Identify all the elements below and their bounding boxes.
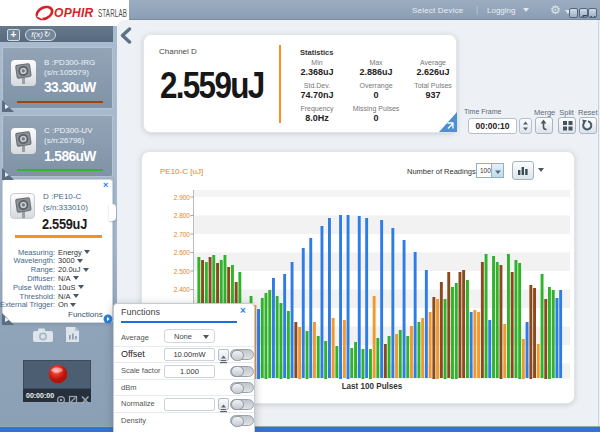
svg-text:2.400: 2.400: [174, 286, 191, 293]
svg-text:2.700: 2.700: [174, 231, 191, 238]
svg-text:2.900: 2.900: [174, 194, 191, 201]
svg-text:2.800: 2.800: [174, 212, 191, 219]
svg-text:2.600: 2.600: [174, 249, 191, 256]
svg-text:2.500: 2.500: [174, 268, 191, 275]
